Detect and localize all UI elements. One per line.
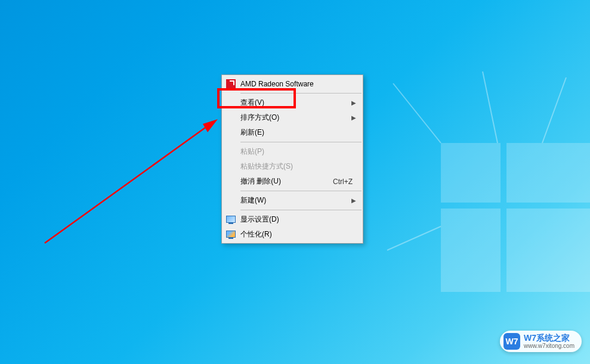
amd-icon: [226, 79, 236, 89]
watermark-badge: W7: [503, 333, 520, 350]
menu-label: 撤消 删除(U): [240, 176, 333, 186]
menu-item-new[interactable]: 新建(W) ▶: [223, 193, 362, 208]
svg-rect-2: [441, 209, 501, 292]
submenu-arrow-icon: ▶: [351, 114, 356, 121]
menu-label: 粘贴(P): [240, 147, 357, 157]
monitor-icon: [226, 215, 236, 225]
svg-line-6: [542, 77, 566, 143]
personalize-icon: [226, 230, 236, 239]
menu-item-personalize[interactable]: 个性化(R): [223, 227, 362, 242]
svg-marker-9: [203, 119, 218, 132]
menu-shortcut: Ctrl+Z: [333, 178, 353, 186]
menu-label: 排序方式(O): [240, 113, 357, 123]
menu-label: 新建(W): [240, 195, 357, 206]
annotation-arrow: [42, 95, 227, 250]
menu-item-paste: 粘贴(P): [223, 144, 362, 159]
menu-label: 刷新(E): [240, 127, 357, 138]
menu-item-refresh[interactable]: 刷新(E): [223, 125, 362, 140]
menu-item-display-settings[interactable]: 显示设置(D): [223, 212, 362, 227]
menu-label: AMD Radeon Software: [240, 80, 357, 88]
windows-logo-bg: [363, 71, 590, 298]
menu-item-amd[interactable]: AMD Radeon Software: [223, 76, 362, 91]
svg-rect-1: [506, 143, 590, 203]
menu-separator: [240, 93, 362, 94]
submenu-arrow-icon: ▶: [351, 197, 356, 204]
submenu-arrow-icon: ▶: [351, 99, 356, 106]
menu-label: 查看(V): [240, 98, 357, 108]
svg-line-8: [45, 125, 209, 243]
svg-line-7: [387, 226, 441, 250]
watermark-title: W7系统之家: [524, 334, 574, 343]
desktop-context-menu: AMD Radeon Software 查看(V) ▶ 排序方式(O) ▶ 刷新…: [221, 74, 363, 244]
menu-separator: [240, 210, 362, 210]
menu-item-view[interactable]: 查看(V) ▶: [223, 95, 362, 110]
watermark-text: W7系统之家 www.w7xitong.com: [524, 334, 574, 349]
watermark: W7 W7系统之家 www.w7xitong.com: [500, 331, 582, 352]
svg-rect-3: [506, 209, 590, 292]
menu-label: 粘贴快捷方式(S): [240, 161, 357, 172]
svg-line-5: [483, 71, 498, 143]
menu-label: 显示设置(D): [240, 214, 357, 225]
menu-item-undo[interactable]: 撤消 删除(U) Ctrl+Z: [223, 174, 362, 189]
watermark-url: www.w7xitong.com: [524, 343, 574, 349]
svg-rect-0: [441, 143, 501, 203]
menu-separator: [240, 142, 362, 142]
menu-separator: [240, 191, 362, 191]
menu-item-sort[interactable]: 排序方式(O) ▶: [223, 110, 362, 125]
menu-label: 个性化(R): [240, 229, 357, 239]
svg-line-4: [393, 83, 441, 143]
menu-item-paste-shortcut: 粘贴快捷方式(S): [223, 159, 362, 174]
